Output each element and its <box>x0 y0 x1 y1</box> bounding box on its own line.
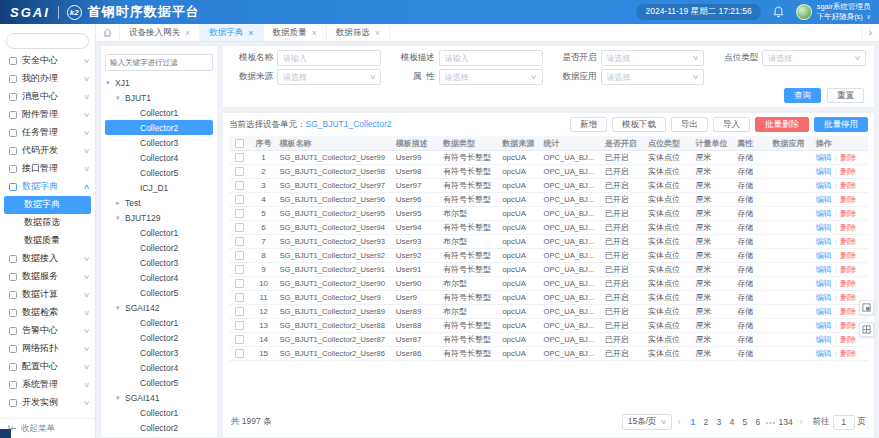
sidebar-menu-item[interactable]: 数据计算 ∨ <box>0 286 95 304</box>
filter-field[interactable]: 请选择 ∨ <box>277 69 381 85</box>
toolbar-button[interactable]: 新增 <box>570 117 607 132</box>
notification-bell-icon[interactable] <box>773 6 784 18</box>
sidebar-menu-item[interactable]: 附件管理 ∨ <box>0 106 95 124</box>
tree-node[interactable]: Collector4 <box>105 270 213 285</box>
row-checkbox[interactable] <box>235 195 244 204</box>
tree-caret-icon[interactable]: ▾ <box>116 304 125 312</box>
tree-node[interactable]: ▾ XJ1 <box>105 75 213 90</box>
delete-link[interactable]: 删除 <box>840 292 856 303</box>
row-checkbox[interactable] <box>235 335 244 344</box>
sidebar-menu-item[interactable]: 系统管理 ∨ <box>0 376 95 394</box>
sidebar-menu-item[interactable]: 配置中心 ∨ <box>0 358 95 376</box>
delete-link[interactable]: 删除 <box>840 194 856 205</box>
row-checkbox[interactable] <box>235 209 244 218</box>
row-checkbox[interactable] <box>235 223 244 232</box>
close-icon[interactable]: × <box>312 28 317 38</box>
page-number[interactable]: 2 <box>699 417 712 427</box>
column-header[interactable]: 数据类型 <box>440 138 499 149</box>
edit-link[interactable]: 编辑 <box>816 236 832 247</box>
row-checkbox[interactable] <box>235 265 244 274</box>
tree-node[interactable]: ▾ BJUT1 <box>105 90 213 105</box>
page-number[interactable]: 5 <box>738 417 751 427</box>
sidebar-menu-item[interactable]: 告警中心 ∨ <box>0 322 95 340</box>
tree-node[interactable]: Collector1 <box>105 405 213 420</box>
tree-node[interactable]: Collector3 <box>105 345 213 360</box>
delete-link[interactable]: 删除 <box>840 306 856 317</box>
page-size-select[interactable]: 15条/页 ∨ <box>622 414 672 430</box>
edit-link[interactable]: 编辑 <box>816 278 832 289</box>
edit-link[interactable]: 编辑 <box>816 292 832 303</box>
delete-link[interactable]: 删除 <box>840 222 856 233</box>
row-checkbox[interactable] <box>235 307 244 316</box>
sidebar-menu-item[interactable]: 开发实例 ∨ <box>0 394 95 412</box>
select-all-checkbox[interactable] <box>235 139 244 148</box>
tree-caret-icon[interactable]: ▾ <box>116 214 125 222</box>
page-number[interactable]: 6 <box>751 417 764 427</box>
tree-caret-icon[interactable]: ▾ <box>116 94 125 102</box>
sidebar-menu-item[interactable]: 数据质量 <box>0 232 95 250</box>
sidebar-menu-item[interactable]: 数据筛选 <box>0 214 95 232</box>
collapse-menu-button[interactable]: 收起菜单 <box>0 418 95 438</box>
row-checkbox[interactable] <box>235 293 244 302</box>
page-tab[interactable]: 数据筛选 × <box>327 24 390 41</box>
grid-icon[interactable] <box>859 322 874 337</box>
user-info[interactable]: sgair系统管理员 下午好随身(s)∨ <box>817 2 871 21</box>
edit-link[interactable]: 编辑 <box>816 264 832 275</box>
snapshot-icon[interactable] <box>859 300 874 315</box>
page-tab[interactable]: 数据字典 × <box>200 24 263 41</box>
page-number[interactable]: 1 <box>686 417 699 427</box>
sidebar-menu-item[interactable]: 数据接入 ∨ <box>0 250 95 268</box>
tree-node[interactable]: ▾ BJUT129 <box>105 210 213 225</box>
edit-link[interactable]: 编辑 <box>816 180 832 191</box>
filter-field[interactable]: 请选择 ∨ <box>762 50 866 66</box>
edit-link[interactable]: 编辑 <box>816 166 832 177</box>
column-header[interactable]: 统计 <box>541 138 602 149</box>
tree-node[interactable]: ▸ Test <box>105 195 213 210</box>
goto-page-input[interactable] <box>833 415 855 430</box>
filter-field[interactable]: 请输入 ∨ <box>439 50 543 66</box>
delete-link[interactable]: 删除 <box>840 152 856 163</box>
page-number[interactable]: 134 <box>777 417 793 427</box>
close-icon[interactable]: × <box>248 28 253 38</box>
tree-node[interactable]: Collector1 <box>105 105 213 120</box>
sidebar-menu-item[interactable]: 消息中心 ∨ <box>0 88 95 106</box>
page-number[interactable]: 4 <box>725 417 738 427</box>
delete-link[interactable]: 删除 <box>840 208 856 219</box>
row-checkbox[interactable] <box>235 237 244 246</box>
tree-node[interactable]: Collector5 <box>105 375 213 390</box>
page-tab[interactable]: 数据质量 × <box>264 24 327 41</box>
column-header[interactable]: 计量单位 <box>692 138 733 149</box>
tree-node[interactable]: Collector3 <box>105 135 213 150</box>
filter-field[interactable]: 请选择 ∨ <box>439 69 543 85</box>
column-header[interactable]: 数据来源 <box>499 138 540 149</box>
sidebar-menu-item[interactable]: 数据检索 ∨ <box>0 304 95 322</box>
sidebar-menu-item[interactable]: 任务管理 ∨ <box>0 124 95 142</box>
sidebar-menu-item[interactable]: 接口管理 ∨ <box>0 160 95 178</box>
sidebar-menu-item[interactable]: 我的办理 ∨ <box>0 70 95 88</box>
tree-node[interactable]: Collector1 <box>105 225 213 240</box>
column-header[interactable]: 数据应用 <box>769 138 812 149</box>
delete-link[interactable]: 删除 <box>840 278 856 289</box>
page-tab[interactable]: 设备接入网关 × <box>120 24 200 41</box>
row-checkbox[interactable] <box>235 251 244 260</box>
tree-caret-icon[interactable]: ▾ <box>106 79 115 87</box>
edit-link[interactable]: 编辑 <box>816 306 832 317</box>
delete-link[interactable]: 删除 <box>840 348 856 359</box>
delete-link[interactable]: 删除 <box>840 180 856 191</box>
filter-field[interactable]: 请选择 ∨ <box>601 50 705 66</box>
tree-caret-icon[interactable]: ▸ <box>116 199 125 207</box>
prev-page-button[interactable]: ‹ <box>675 417 684 427</box>
sidebar-menu-item[interactable]: 数据字典 <box>4 196 91 214</box>
row-checkbox[interactable] <box>235 321 244 330</box>
column-header[interactable]: 属性 <box>734 138 770 149</box>
user-avatar[interactable] <box>796 4 812 20</box>
delete-link[interactable]: 删除 <box>840 250 856 261</box>
edit-link[interactable]: 编辑 <box>816 194 832 205</box>
tree-node[interactable]: Collector5 <box>105 165 213 180</box>
tree-caret-icon[interactable]: ▾ <box>116 394 125 402</box>
sidebar-menu-item[interactable]: 网络拓扑 ∨ <box>0 340 95 358</box>
tab-more-chevron-icon[interactable]: › <box>861 24 879 41</box>
query-button[interactable]: 查询 <box>784 88 821 103</box>
tree-node[interactable]: ▾ SGAI142 <box>105 300 213 315</box>
home-tab[interactable] <box>96 24 120 41</box>
